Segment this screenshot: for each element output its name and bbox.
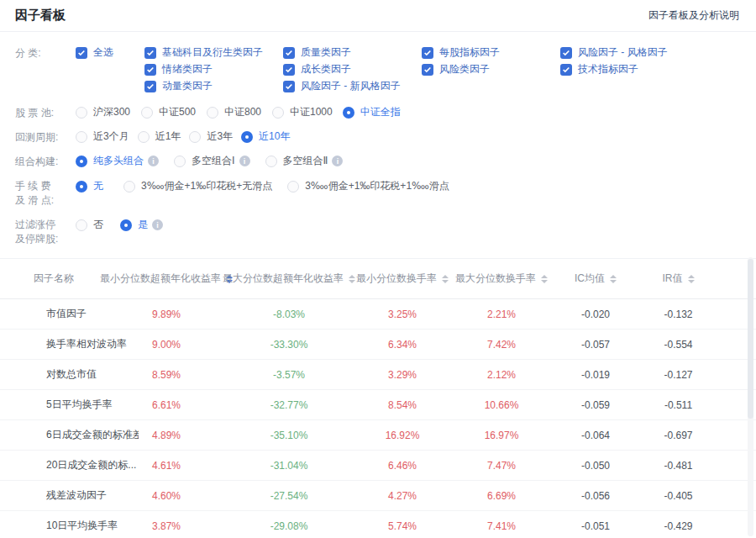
checkbox-label: 成长类因子	[301, 62, 351, 76]
info-icon[interactable]: i	[152, 219, 163, 230]
checkbox-select-all[interactable]: 全选	[76, 45, 144, 60]
info-icon[interactable]: i	[239, 156, 250, 166]
radio-on-icon	[76, 181, 87, 193]
max-turnover-value: 7.47%	[487, 460, 516, 472]
checkbox-risk-style-factors[interactable]: 风险因子 - 风格因子	[560, 45, 668, 60]
max-return-value: -8.03%	[273, 309, 305, 320]
checkbox-momentum-factors[interactable]: 动量类因子	[144, 79, 283, 93]
radio-no-fee[interactable]: 无	[76, 179, 103, 193]
checkbox-label: 基础科目及衍生类因子	[162, 45, 263, 60]
checkbox-label: 全选	[93, 45, 113, 60]
help-link[interactable]: 因子看板及分析说明	[648, 8, 739, 23]
max-return-value: -29.08%	[270, 520, 308, 532]
category-row: 分 类: 全选 基础科目及衍生类因子 情绪类因子	[15, 45, 739, 96]
sort-icon[interactable]	[541, 275, 548, 283]
radio-filter-yes[interactable]: 是 i	[120, 218, 163, 232]
radio-off-icon	[174, 156, 186, 167]
ir-value: -0.127	[664, 369, 692, 381]
fees-row: 手 续 费 及 滑 点: 无 3‱佣金+1‰印花税+无滑点 3‱佣金+1‰印花税…	[15, 178, 739, 208]
radio-on-icon	[343, 107, 354, 119]
checkbox-risk-new-style-factors[interactable]: 风险因子 - 新风格因子	[283, 79, 422, 93]
info-icon[interactable]: i	[148, 156, 159, 166]
radio-zz500[interactable]: 中证500	[141, 105, 197, 119]
col-header-ir-value[interactable]: IR值	[609, 272, 748, 286]
radio-filter-no[interactable]: 否	[76, 218, 103, 232]
stock-pool-row: 股 票 池: 沪深300 中证500 中证800 中证1000	[15, 105, 739, 120]
checkbox-label: 风险类因子	[439, 62, 490, 76]
col-header-ic-mean[interactable]: IC均值	[582, 272, 609, 286]
col-header-min-quantile-return[interactable]: 最小分位数超额年化收益率	[139, 272, 194, 286]
radio-off-icon	[138, 131, 150, 143]
radio-off-icon	[123, 181, 135, 193]
radio-off-icon	[272, 107, 284, 119]
factor-dashboard-page: 因子看板 因子看板及分析说明 分 类: 全选 基础科目及衍生类因子	[0, 0, 756, 538]
vertical-scrollbar[interactable]	[748, 257, 753, 536]
checkbox-growth-factors[interactable]: 成长类因子	[283, 62, 422, 76]
radio-fee-with-slippage[interactable]: 3‱佣金+1‰印花税+1‱滑点	[287, 179, 449, 193]
min-return-value: 4.89%	[152, 430, 181, 441]
radio-long-short-2[interactable]: 多空组合Ⅱ i	[265, 154, 344, 168]
ir-value: -0.429	[664, 520, 692, 532]
radio-long-short-1[interactable]: 多空组合Ⅰ i	[174, 154, 250, 168]
info-icon[interactable]: i	[332, 156, 343, 166]
category-checkbox-grid: 全选 基础科目及衍生类因子 情绪类因子 动量类因子	[76, 45, 668, 96]
radio-long-only[interactable]: 纯多头组合 i	[76, 154, 159, 168]
max-return-value: -27.54%	[270, 490, 308, 502]
radio-hs300[interactable]: 沪深300	[76, 105, 131, 119]
radio-off-icon	[76, 107, 87, 119]
radio-fee-no-slippage[interactable]: 3‱佣金+1‰印花税+无滑点	[123, 179, 272, 193]
checkbox-checked-icon	[283, 47, 295, 59]
min-return-value: 8.59%	[152, 369, 181, 381]
sort-icon[interactable]	[688, 275, 695, 283]
checkbox-checked-icon	[144, 47, 156, 59]
checkbox-quality-factors[interactable]: 质量类因子	[283, 45, 422, 60]
factor-name: 20日成交金额的标...	[34, 458, 139, 472]
scrollbar-thumb[interactable]	[748, 259, 753, 419]
ir-value: -0.511	[664, 399, 692, 411]
radio-on-icon	[241, 131, 253, 143]
radio-off-icon	[287, 181, 299, 193]
radio-10years[interactable]: 近10年	[241, 129, 290, 144]
factor-name: 5日平均换手率	[34, 398, 139, 412]
min-turnover-value: 3.25%	[388, 309, 417, 320]
checkbox-checked-icon	[560, 47, 572, 59]
ir-value: -0.481	[664, 460, 692, 472]
factor-table: 因子名称 最小分位数超额年化收益率 最大分位数超额年化收益率 最小分位数换手率 …	[0, 259, 756, 538]
radio-zz800[interactable]: 中证800	[207, 105, 262, 119]
min-return-value: 4.61%	[152, 460, 181, 472]
portfolio-row: 组合构建: 纯多头组合 i 多空组合Ⅰ i 多空组合Ⅱ i	[15, 154, 739, 169]
checkbox-checked-icon	[144, 64, 156, 76]
max-return-value: -32.77%	[270, 399, 308, 411]
sort-icon[interactable]	[349, 275, 355, 283]
radio-zz-all[interactable]: 中证全指	[343, 105, 401, 119]
radio-off-icon	[207, 107, 218, 119]
min-turnover-value: 8.54%	[388, 399, 417, 411]
checkbox-checked-icon	[422, 47, 433, 59]
radio-3months[interactable]: 近3个月	[76, 129, 129, 144]
checkbox-per-share-factors[interactable]: 每股指标因子	[422, 45, 560, 60]
checkbox-risk-factors[interactable]: 风险类因子	[422, 62, 560, 76]
checkbox-technical-factors[interactable]: 技术指标因子	[560, 62, 668, 76]
checkbox-label: 风险因子 - 新风格因子	[301, 79, 401, 93]
col-header-min-quantile-turnover[interactable]: 最小分位数换手率	[384, 272, 421, 286]
ir-value: -0.697	[664, 430, 692, 441]
max-turnover-value: 16.97%	[485, 430, 519, 441]
checkbox-label: 技术指标因子	[578, 62, 638, 76]
ic-value: -0.057	[581, 339, 610, 351]
fees-label: 手 续 费 及 滑 点:	[15, 178, 76, 208]
radio-3years[interactable]: 近3年	[189, 129, 233, 144]
table-row: 20日成交金额的标... 4.61% -31.04% 6.46% 7.47% -…	[0, 451, 756, 481]
ir-value: -0.405	[664, 490, 692, 502]
checkbox-checked-icon	[422, 64, 433, 76]
radio-off-icon	[76, 131, 87, 143]
factor-name: 市值因子	[34, 307, 139, 321]
col-header-max-quantile-turnover[interactable]: 最大分位数换手率	[421, 272, 582, 286]
backtest-period-row: 回测周期: 近3个月 近1年 近3年 近10年	[15, 129, 739, 145]
filter-limit-row: 过滤涨停 及停牌股: 否 是 i	[15, 217, 739, 246]
min-turnover-value: 3.29%	[388, 369, 417, 381]
table-row: 5日平均换手率 6.61% -32.77% 8.54% 10.66% -0.05…	[0, 390, 756, 420]
checkbox-sentiment-factors[interactable]: 情绪类因子	[144, 62, 283, 76]
checkbox-basic-derivative-factors[interactable]: 基础科目及衍生类因子	[144, 45, 283, 60]
radio-zz1000[interactable]: 中证1000	[272, 105, 333, 119]
radio-1year[interactable]: 近1年	[138, 129, 181, 144]
